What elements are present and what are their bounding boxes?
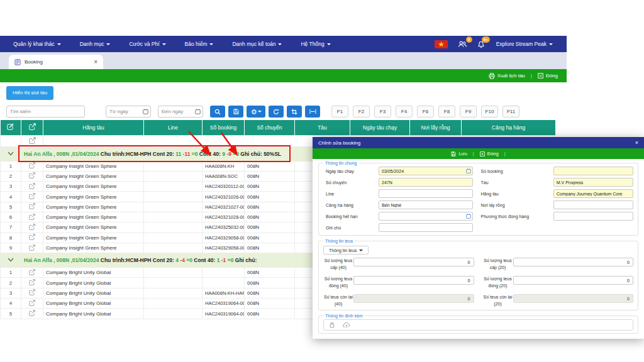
nav-danh-muc[interactable]: Danh mục: [70, 41, 120, 47]
open-booking-icon[interactable]: [21, 182, 43, 192]
nav-bao-hiem[interactable]: Bảo hiểm: [175, 41, 223, 47]
booking-het-han-input[interactable]: [379, 212, 473, 221]
open-booking-icon[interactable]: [21, 243, 43, 253]
from-date-field[interactable]: [106, 106, 151, 118]
line-cell: [144, 202, 203, 212]
fkey-f6[interactable]: F6: [417, 106, 434, 118]
company-cell: Company Insight Green Sphere: [43, 212, 144, 222]
teus-field-5: Số teus còn lại (20): [483, 294, 634, 307]
fkey-f3[interactable]: F3: [374, 106, 391, 118]
open-new-record-icon[interactable]: [21, 135, 43, 146]
fkey-f11[interactable]: F11: [502, 106, 519, 118]
show-slot-button[interactable]: Hiển thị slot tàu: [6, 86, 53, 100]
noi-lay-rong-input[interactable]: [553, 200, 633, 209]
notifications-button[interactable]: 9+: [477, 40, 485, 48]
open-booking-icon[interactable]: [21, 222, 43, 233]
teus-tab-button[interactable]: Thông tin teus: [323, 246, 369, 255]
ghi-chu-input[interactable]: [379, 223, 473, 232]
tab-bar: Booking ×: [0, 52, 567, 69]
nav-quan-ly-khai-thac[interactable]: Quản lý khai thác: [4, 41, 70, 47]
header-line[interactable]: Line: [144, 120, 203, 135]
open-booking-icon[interactable]: [21, 299, 43, 309]
refresh-button[interactable]: [269, 106, 284, 118]
attach-icon[interactable]: [329, 322, 335, 328]
header-tau[interactable]: Tàu: [295, 120, 350, 135]
attachments-box: [323, 319, 633, 331]
open-booking-icon[interactable]: [21, 288, 43, 298]
to-date-field[interactable]: [158, 106, 203, 118]
to-date-input[interactable]: [158, 106, 203, 118]
phuong-thuc-dong-hang-input[interactable]: [553, 212, 633, 221]
close-page-button[interactable]: Đóng: [538, 73, 558, 79]
search-icon: [214, 109, 221, 115]
search-input[interactable]: [6, 106, 85, 118]
fkey-f4[interactable]: F4: [396, 106, 413, 118]
modal-close-icon[interactable]: ×: [635, 140, 638, 146]
fkey-f2[interactable]: F2: [353, 106, 370, 118]
booking-cell: HAC240321026-001: [203, 192, 245, 202]
modal-save-button[interactable]: Lưu: [451, 151, 467, 156]
fkey-f10[interactable]: F10: [481, 106, 498, 118]
tau-input[interactable]: [553, 178, 633, 187]
nav-danh-muc-ke-toan[interactable]: Danh mục kế toán: [223, 41, 291, 47]
line-cell: [144, 192, 203, 202]
so-chuyen-input[interactable]: [379, 178, 473, 187]
settings-button[interactable]: [247, 106, 265, 118]
nav-label: Danh mục: [80, 41, 104, 47]
teus-field-input[interactable]: [513, 276, 634, 285]
row-number-cell: 5: [1, 309, 21, 319]
header-so-chuyen[interactable]: Số chuyến: [245, 120, 295, 135]
group-collapse-chevron-icon[interactable]: [1, 146, 21, 161]
header-noi-lay-rong[interactable]: Nơi lấy rỗng: [410, 120, 462, 135]
export-schedule-label: Xuất lịch tàu: [497, 73, 525, 79]
open-column-header[interactable]: [21, 120, 43, 135]
open-booking-icon[interactable]: [21, 202, 43, 212]
expand-columns-button[interactable]: [305, 106, 320, 118]
open-booking-icon[interactable]: [21, 233, 43, 243]
cont20-eq: =0: [186, 257, 194, 263]
nav-cuoc-va-phi[interactable]: Cước và Phí: [119, 41, 175, 47]
tab-booking[interactable]: Booking ×: [9, 55, 103, 69]
open-booking-icon[interactable]: [21, 268, 43, 278]
tab-close-icon[interactable]: ×: [94, 59, 97, 65]
fkey-f8[interactable]: F8: [438, 106, 455, 118]
search-button[interactable]: [210, 106, 225, 118]
save-view-button[interactable]: [228, 106, 243, 118]
open-booking-icon[interactable]: [21, 212, 43, 222]
edit-column-header[interactable]: [1, 120, 21, 135]
users-button[interactable]: 0: [458, 40, 467, 48]
teus-field-input[interactable]: [353, 276, 474, 285]
teus-field-input[interactable]: [513, 258, 634, 266]
group-collapse-chevron-icon[interactable]: [1, 253, 21, 268]
header-hang-tau[interactable]: Hãng tàu: [43, 120, 144, 135]
open-booking-icon[interactable]: [21, 309, 43, 319]
open-booking-icon[interactable]: [21, 171, 43, 181]
from-date-input[interactable]: [106, 106, 151, 118]
modal-close-button[interactable]: Đóng: [480, 151, 499, 156]
trip-cell: 008N: [245, 288, 295, 298]
export-schedule-button[interactable]: Xuất lịch tàu: [489, 73, 525, 79]
floppy-icon: [233, 109, 239, 114]
teus-field-input[interactable]: [353, 258, 474, 266]
open-booking-icon[interactable]: [21, 161, 43, 171]
nav-he-thong[interactable]: Hệ Thống: [291, 41, 340, 47]
so-booking-input[interactable]: [553, 167, 633, 175]
attachments-section-title: Thông tin đính kèm: [323, 314, 365, 318]
fkey-f9[interactable]: F9: [460, 106, 477, 118]
tab-label: Booking: [25, 59, 43, 65]
trip-cell: 008N: [245, 299, 295, 309]
user-menu[interactable]: Explore Stream Peak: [495, 41, 554, 47]
ngay-tau-chay-input[interactable]: [379, 167, 473, 175]
open-booking-icon[interactable]: [21, 192, 43, 202]
row-number-cell: 4: [1, 192, 21, 202]
line-input[interactable]: [379, 189, 473, 198]
cang-ha-hang-input[interactable]: [379, 200, 473, 209]
hang-tau-input[interactable]: [553, 189, 633, 198]
fkey-f1[interactable]: F1: [331, 106, 348, 118]
header-ngay-tau-chay[interactable]: Ngày tàu chạy: [350, 120, 410, 135]
open-booking-icon[interactable]: [21, 278, 43, 288]
header-cang-ha-hang[interactable]: Cảng hạ hàng: [462, 120, 556, 135]
resize-columns-button[interactable]: [287, 106, 302, 118]
cloud-upload-icon[interactable]: [343, 322, 350, 328]
header-so-booking[interactable]: Số booking: [203, 120, 245, 135]
